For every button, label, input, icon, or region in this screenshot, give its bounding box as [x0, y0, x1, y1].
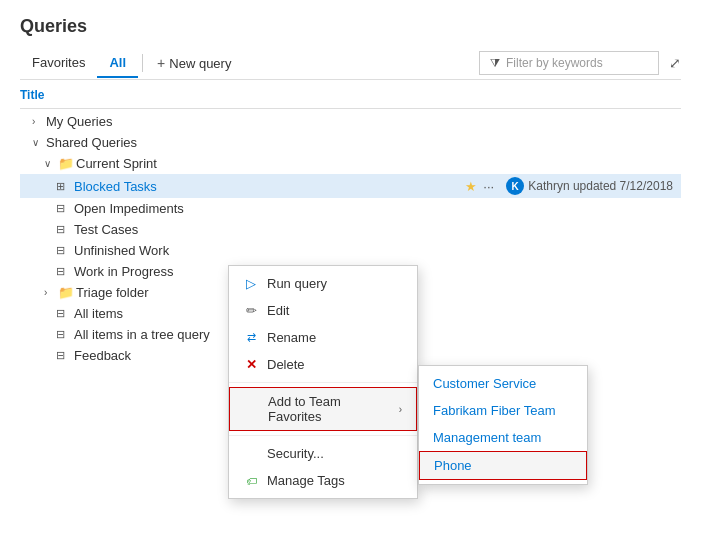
submenu-item-fabrikam-fiber-team[interactable]: Fabrikam Fiber Team: [419, 397, 587, 424]
tree-label: Blocked Tasks: [74, 179, 459, 194]
tab-divider: [142, 54, 143, 72]
menu-item-manage-tags[interactable]: 🏷 Manage Tags: [229, 467, 417, 494]
filter-area: ⧩ Filter by keywords ⤢: [479, 51, 681, 75]
tree-row-unfinished-work[interactable]: ⊟ Unfinished Work: [20, 240, 681, 261]
menu-item-edit[interactable]: ✏ Edit: [229, 297, 417, 324]
submenu-item-phone[interactable]: Phone: [419, 451, 587, 480]
tree-row-current-sprint[interactable]: ∨ 📁 Current Sprint: [20, 153, 681, 174]
folder-icon: 📁: [58, 285, 76, 300]
avatar: K: [506, 177, 524, 195]
updated-info: K Kathryn updated 7/12/2018: [506, 177, 673, 195]
tab-underline: [20, 79, 681, 80]
query-icon: ⊟: [56, 223, 74, 236]
edit-icon: ✏: [243, 303, 259, 318]
query-icon: ⊟: [56, 307, 74, 320]
menu-divider: [229, 382, 417, 383]
query-icon: ⊟: [56, 265, 74, 278]
updated-text: Kathryn updated 7/12/2018: [528, 179, 673, 193]
tree-row-shared-queries[interactable]: ∨ Shared Queries: [20, 132, 681, 153]
tree-row-test-cases[interactable]: ⊟ Test Cases: [20, 219, 681, 240]
chevron-icon: ∨: [44, 158, 58, 169]
submenu: Customer Service Fabrikam Fiber Team Man…: [418, 365, 588, 485]
submenu-item-label: Fabrikam Fiber Team: [433, 403, 556, 418]
delete-icon: ✕: [243, 357, 259, 372]
tree-label: Test Cases: [74, 222, 681, 237]
menu-item-security[interactable]: Security...: [229, 440, 417, 467]
page-title: Queries: [20, 16, 681, 37]
new-query-button[interactable]: + New query: [147, 49, 241, 77]
tree-label: Open Impediments: [74, 201, 681, 216]
star-icon: ★: [465, 179, 477, 194]
chevron-icon: ›: [44, 287, 58, 298]
tree-row-blocked-tasks[interactable]: ⊞ Blocked Tasks ★ ··· K Kathryn updated …: [20, 174, 681, 198]
submenu-item-label: Management team: [433, 430, 541, 445]
submenu-item-management-team[interactable]: Management team: [419, 424, 587, 451]
more-icon[interactable]: ···: [483, 179, 494, 194]
chevron-icon: ∨: [32, 137, 46, 148]
tree-label: My Queries: [46, 114, 681, 129]
menu-item-label: Security...: [267, 446, 403, 461]
filter-input[interactable]: ⧩ Filter by keywords: [479, 51, 659, 75]
context-menu: ▷ Run query ✏ Edit ⇄ Rename ✕ Delete Add…: [228, 265, 418, 499]
tree-label: Current Sprint: [76, 156, 681, 171]
submenu-item-customer-service[interactable]: Customer Service: [419, 370, 587, 397]
query-icon: ⊟: [56, 349, 74, 362]
tree-label: Shared Queries: [46, 135, 681, 150]
submenu-arrow-icon: ›: [399, 404, 402, 415]
menu-item-add-to-team-favorites[interactable]: Add to Team Favorites ›: [229, 387, 417, 431]
tab-bar: Favorites All + New query ⧩ Filter by ke…: [20, 49, 681, 79]
menu-item-delete[interactable]: ✕ Delete: [229, 351, 417, 378]
query-icon: ⊟: [56, 244, 74, 257]
tree-row-my-queries[interactable]: › My Queries: [20, 111, 681, 132]
rename-icon: ⇄: [243, 331, 259, 344]
menu-item-rename[interactable]: ⇄ Rename: [229, 324, 417, 351]
menu-item-label: Delete: [267, 357, 403, 372]
menu-item-label: Add to Team Favorites: [268, 394, 391, 424]
run-query-icon: ▷: [243, 276, 259, 291]
plus-icon: +: [157, 55, 165, 71]
chevron-icon: ›: [32, 116, 46, 127]
menu-item-label: Edit: [267, 303, 403, 318]
expand-icon[interactable]: ⤢: [669, 55, 681, 71]
new-query-label: New query: [169, 56, 231, 71]
tree-label: Unfinished Work: [74, 243, 681, 258]
query-icon: ⊞: [56, 180, 74, 193]
manage-tags-icon: 🏷: [243, 475, 259, 487]
table-header: Title: [20, 82, 681, 109]
tab-all[interactable]: All: [97, 49, 138, 78]
menu-item-run-query[interactable]: ▷ Run query: [229, 270, 417, 297]
filter-placeholder: Filter by keywords: [506, 56, 603, 70]
submenu-item-label: Customer Service: [433, 376, 536, 391]
tab-favorites[interactable]: Favorites: [20, 49, 97, 78]
menu-item-label: Manage Tags: [267, 473, 403, 488]
folder-icon: 📁: [58, 156, 76, 171]
menu-divider: [229, 435, 417, 436]
menu-item-label: Run query: [267, 276, 403, 291]
query-icon: ⊟: [56, 328, 74, 341]
menu-item-label: Rename: [267, 330, 403, 345]
submenu-item-label: Phone: [434, 458, 472, 473]
tree-row-open-impediments[interactable]: ⊟ Open Impediments: [20, 198, 681, 219]
filter-icon: ⧩: [490, 56, 500, 70]
query-icon: ⊟: [56, 202, 74, 215]
